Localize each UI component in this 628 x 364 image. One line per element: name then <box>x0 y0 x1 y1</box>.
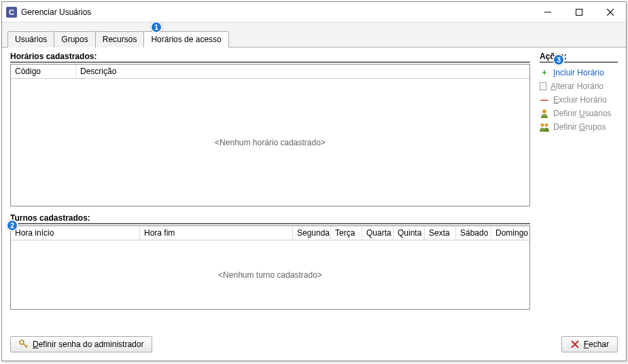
turnos-grid-empty: <Nenhum turno cadastrado> <box>11 240 529 309</box>
col-sexta[interactable]: Sexta <box>425 226 456 240</box>
action-excluir-horario[interactable]: — Excluir Horário <box>540 95 618 105</box>
action-label: Alterar Horário <box>551 81 604 91</box>
col-terca[interactable]: Terça <box>331 226 362 240</box>
tab-horarios-acesso[interactable]: Horários de acesso <box>143 31 228 48</box>
maximize-button[interactable] <box>563 2 595 22</box>
tab-grupos[interactable]: Grupos <box>54 31 95 48</box>
horarios-grid-empty: <Nenhum horário cadastrado> <box>11 79 529 206</box>
action-label: Incluir Horário <box>553 68 604 77</box>
left-column: Horários cadastrados: Código Descrição <… <box>10 52 530 329</box>
col-segunda[interactable]: Segunda <box>293 226 331 240</box>
col-sabado[interactable]: Sábado <box>456 226 491 240</box>
svg-line-9 <box>26 345 27 346</box>
window-title: Gerenciar Usuários <box>21 7 532 17</box>
window: C Gerenciar Usuários Usuários Grupos Rec… <box>1 1 627 361</box>
horarios-header: Horários cadastrados: <box>10 52 530 62</box>
callout-2: 2 <box>6 219 18 232</box>
button-label: Definir senha do administrador <box>33 340 143 349</box>
titlebar: C Gerenciar Usuários <box>2 2 626 22</box>
fechar-button[interactable]: Fechar <box>561 336 618 352</box>
group-icon <box>540 122 549 132</box>
actions-panel: Ações: + Incluir Horário Alterar Horário… <box>540 52 618 329</box>
window-controls <box>532 2 626 22</box>
minimize-button[interactable] <box>532 2 563 22</box>
close-icon <box>570 340 580 349</box>
close-button[interactable] <box>595 2 626 22</box>
key-icon <box>19 340 29 349</box>
turnos-header: Turnos cadastrados: <box>10 213 530 224</box>
plus-icon: + <box>540 68 549 77</box>
col-descricao[interactable]: Descrição <box>76 65 529 78</box>
copy-icon <box>540 82 546 90</box>
action-label: Excluir Horário <box>553 95 607 105</box>
col-quinta[interactable]: Quinta <box>394 226 425 240</box>
callout-1: 1 <box>150 21 162 33</box>
svg-point-5 <box>541 124 544 127</box>
tab-recursos[interactable]: Recursos <box>95 31 145 48</box>
action-definir-grupos[interactable]: Definir Grupos <box>540 122 618 132</box>
horarios-grid-header: Código Descrição <box>11 65 529 79</box>
acoes-header: Ações: <box>540 52 618 62</box>
actions-list: + Incluir Horário Alterar Horário — Excl… <box>540 64 618 132</box>
definir-senha-admin-button[interactable]: Definir senha do administrador <box>10 336 152 352</box>
col-quarta[interactable]: Quarta <box>362 226 394 240</box>
callout-3: 3 <box>553 54 565 66</box>
col-hora-fim[interactable]: Hora fim <box>140 226 293 240</box>
turnos-grid-header: Hora início Hora fim Segunda Terça Quart… <box>11 226 529 240</box>
svg-rect-1 <box>576 9 582 15</box>
tab-body: Horários cadastrados: Código Descrição <… <box>2 48 626 329</box>
action-alterar-horario[interactable]: Alterar Horário <box>540 81 618 91</box>
tab-usuarios[interactable]: Usuários <box>7 31 54 48</box>
user-icon <box>540 109 549 118</box>
tab-bar: Usuários Grupos Recursos Horários de ace… <box>2 22 626 48</box>
svg-point-4 <box>542 109 546 113</box>
horarios-grid[interactable]: Código Descrição <Nenhum horário cadastr… <box>10 64 530 206</box>
action-incluir-horario[interactable]: + Incluir Horário <box>540 68 618 77</box>
col-domingo[interactable]: Domingo <box>491 226 529 240</box>
app-icon: C <box>6 7 17 18</box>
content-area: Usuários Grupos Recursos Horários de ace… <box>2 22 626 361</box>
action-label: Definir Usuários <box>553 109 611 118</box>
footer: Definir senha do administrador Fechar <box>2 329 626 361</box>
minus-icon: — <box>540 95 549 105</box>
svg-point-6 <box>545 124 548 127</box>
button-label: Fechar <box>584 340 609 349</box>
col-codigo[interactable]: Código <box>11 65 76 78</box>
action-definir-usuarios[interactable]: Definir Usuários <box>540 109 618 118</box>
col-hora-inicio[interactable]: Hora início <box>11 226 140 240</box>
turnos-grid[interactable]: Hora início Hora fim Segunda Terça Quart… <box>10 225 530 310</box>
action-label: Definir Grupos <box>553 122 606 132</box>
